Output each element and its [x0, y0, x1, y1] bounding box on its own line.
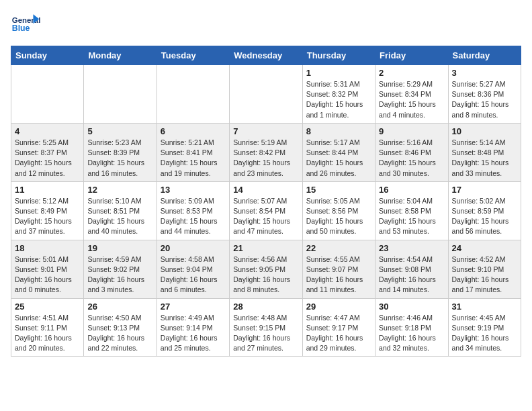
day-info: Sunrise: 5:16 AMSunset: 8:46 PMDaylight:…	[379, 138, 444, 179]
day-number: 14	[233, 185, 298, 195]
calendar-cell: 21 Sunrise: 4:56 AMSunset: 9:05 PMDaylig…	[230, 240, 302, 298]
day-number: 5	[87, 126, 152, 136]
calendar-cell: 9 Sunrise: 5:16 AMSunset: 8:46 PMDayligh…	[375, 123, 448, 181]
calendar-cell: 30 Sunrise: 4:46 AMSunset: 9:18 PMDaylig…	[375, 298, 448, 357]
calendar-table: SundayMondayTuesdayWednesdayThursdayFrid…	[11, 46, 521, 357]
col-header-saturday: Saturday	[448, 46, 521, 65]
day-info: Sunrise: 5:27 AMSunset: 8:36 PMDaylight:…	[452, 79, 517, 120]
day-number: 31	[452, 302, 517, 312]
calendar-cell: 26 Sunrise: 4:50 AMSunset: 9:13 PMDaylig…	[84, 298, 157, 357]
calendar-cell: 31 Sunrise: 4:45 AMSunset: 9:19 PMDaylig…	[448, 298, 521, 357]
calendar-cell: 27 Sunrise: 4:49 AMSunset: 9:14 PMDaylig…	[157, 298, 229, 357]
col-header-friday: Friday	[375, 46, 448, 65]
calendar-cell: 18 Sunrise: 5:01 AMSunset: 9:01 PMDaylig…	[11, 240, 84, 298]
day-info: Sunrise: 5:31 AMSunset: 8:32 PMDaylight:…	[306, 79, 371, 120]
logo: General Blue	[11, 11, 40, 40]
calendar-cell: 7 Sunrise: 5:19 AMSunset: 8:42 PMDayligh…	[230, 123, 302, 181]
col-header-sunday: Sunday	[11, 46, 84, 65]
day-info: Sunrise: 5:23 AMSunset: 8:39 PMDaylight:…	[87, 138, 152, 179]
calendar-cell	[11, 65, 84, 124]
day-number: 24	[452, 243, 517, 253]
col-header-wednesday: Wednesday	[230, 46, 302, 65]
calendar-week-4: 18 Sunrise: 5:01 AMSunset: 9:01 PMDaylig…	[11, 240, 521, 298]
day-number: 10	[452, 126, 517, 136]
day-number: 11	[15, 185, 80, 195]
day-info: Sunrise: 4:52 AMSunset: 9:10 PMDaylight:…	[452, 255, 517, 295]
day-info: Sunrise: 5:25 AMSunset: 8:37 PMDaylight:…	[15, 138, 80, 179]
day-info: Sunrise: 4:49 AMSunset: 9:14 PMDaylight:…	[161, 313, 226, 354]
day-info: Sunrise: 5:09 AMSunset: 8:53 PMDaylight:…	[161, 196, 226, 237]
day-info: Sunrise: 4:47 AMSunset: 9:17 PMDaylight:…	[306, 313, 371, 354]
day-number: 21	[233, 243, 298, 253]
calendar-cell	[157, 65, 229, 124]
day-info: Sunrise: 5:02 AMSunset: 8:59 PMDaylight:…	[452, 196, 517, 237]
day-info: Sunrise: 4:48 AMSunset: 9:15 PMDaylight:…	[233, 313, 298, 354]
page-header: General Blue	[11, 11, 521, 40]
day-info: Sunrise: 4:45 AMSunset: 9:19 PMDaylight:…	[452, 313, 517, 354]
day-number: 15	[306, 185, 371, 195]
day-number: 25	[15, 302, 80, 312]
calendar-cell: 17 Sunrise: 5:02 AMSunset: 8:59 PMDaylig…	[448, 181, 521, 240]
calendar-week-5: 25 Sunrise: 4:51 AMSunset: 9:11 PMDaylig…	[11, 298, 521, 357]
calendar-cell: 23 Sunrise: 4:54 AMSunset: 9:08 PMDaylig…	[375, 240, 448, 298]
day-number: 18	[15, 243, 80, 253]
day-number: 1	[306, 68, 371, 78]
calendar-cell: 19 Sunrise: 4:59 AMSunset: 9:02 PMDaylig…	[84, 240, 157, 298]
day-info: Sunrise: 5:05 AMSunset: 8:56 PMDaylight:…	[306, 196, 371, 237]
day-number: 16	[379, 185, 444, 195]
col-header-thursday: Thursday	[302, 46, 375, 65]
day-info: Sunrise: 4:46 AMSunset: 9:18 PMDaylight:…	[379, 313, 444, 354]
calendar-cell: 24 Sunrise: 4:52 AMSunset: 9:10 PMDaylig…	[448, 240, 521, 298]
day-info: Sunrise: 5:07 AMSunset: 8:54 PMDaylight:…	[233, 196, 298, 237]
day-info: Sunrise: 4:54 AMSunset: 9:08 PMDaylight:…	[379, 255, 444, 295]
day-number: 30	[379, 302, 444, 312]
calendar-cell: 13 Sunrise: 5:09 AMSunset: 8:53 PMDaylig…	[157, 181, 229, 240]
calendar-week-1: 1 Sunrise: 5:31 AMSunset: 8:32 PMDayligh…	[11, 65, 521, 124]
calendar-cell: 15 Sunrise: 5:05 AMSunset: 8:56 PMDaylig…	[302, 181, 375, 240]
day-number: 26	[87, 302, 152, 312]
day-info: Sunrise: 5:04 AMSunset: 8:58 PMDaylight:…	[379, 196, 444, 237]
day-info: Sunrise: 5:12 AMSunset: 8:49 PMDaylight:…	[15, 196, 80, 237]
calendar-cell: 22 Sunrise: 4:55 AMSunset: 9:07 PMDaylig…	[302, 240, 375, 298]
day-number: 2	[379, 68, 444, 78]
calendar-cell: 3 Sunrise: 5:27 AMSunset: 8:36 PMDayligh…	[448, 65, 521, 124]
day-info: Sunrise: 4:51 AMSunset: 9:11 PMDaylight:…	[15, 313, 80, 354]
calendar-week-3: 11 Sunrise: 5:12 AMSunset: 8:49 PMDaylig…	[11, 181, 521, 240]
day-info: Sunrise: 4:58 AMSunset: 9:04 PMDaylight:…	[161, 255, 226, 295]
calendar-cell	[230, 65, 302, 124]
calendar-cell: 11 Sunrise: 5:12 AMSunset: 8:49 PMDaylig…	[11, 181, 84, 240]
calendar-cell	[84, 65, 157, 124]
day-info: Sunrise: 5:21 AMSunset: 8:41 PMDaylight:…	[161, 138, 226, 179]
day-number: 12	[87, 185, 152, 195]
day-number: 23	[379, 243, 444, 253]
day-info: Sunrise: 5:01 AMSunset: 9:01 PMDaylight:…	[15, 255, 80, 295]
day-number: 6	[161, 126, 226, 136]
day-info: Sunrise: 5:14 AMSunset: 8:48 PMDaylight:…	[452, 138, 517, 179]
day-number: 17	[452, 185, 517, 195]
calendar-cell: 5 Sunrise: 5:23 AMSunset: 8:39 PMDayligh…	[84, 123, 157, 181]
calendar-cell: 25 Sunrise: 4:51 AMSunset: 9:11 PMDaylig…	[11, 298, 84, 357]
calendar-cell: 12 Sunrise: 5:10 AMSunset: 8:51 PMDaylig…	[84, 181, 157, 240]
day-info: Sunrise: 4:56 AMSunset: 9:05 PMDaylight:…	[233, 255, 298, 295]
day-info: Sunrise: 5:17 AMSunset: 8:44 PMDaylight:…	[306, 138, 371, 179]
svg-text:Blue: Blue	[12, 24, 30, 33]
calendar-cell: 8 Sunrise: 5:17 AMSunset: 8:44 PMDayligh…	[302, 123, 375, 181]
calendar-cell: 1 Sunrise: 5:31 AMSunset: 8:32 PMDayligh…	[302, 65, 375, 124]
calendar-week-2: 4 Sunrise: 5:25 AMSunset: 8:37 PMDayligh…	[11, 123, 521, 181]
calendar-cell: 10 Sunrise: 5:14 AMSunset: 8:48 PMDaylig…	[448, 123, 521, 181]
day-number: 8	[306, 126, 371, 136]
day-info: Sunrise: 5:29 AMSunset: 8:34 PMDaylight:…	[379, 79, 444, 120]
day-info: Sunrise: 5:10 AMSunset: 8:51 PMDaylight:…	[87, 196, 152, 237]
calendar-cell: 28 Sunrise: 4:48 AMSunset: 9:15 PMDaylig…	[230, 298, 302, 357]
day-number: 13	[161, 185, 226, 195]
day-number: 22	[306, 243, 371, 253]
col-header-monday: Monday	[84, 46, 157, 65]
day-number: 4	[15, 126, 80, 136]
day-number: 20	[161, 243, 226, 253]
day-number: 28	[233, 302, 298, 312]
day-info: Sunrise: 5:19 AMSunset: 8:42 PMDaylight:…	[233, 138, 298, 179]
calendar-cell: 20 Sunrise: 4:58 AMSunset: 9:04 PMDaylig…	[157, 240, 229, 298]
day-info: Sunrise: 4:59 AMSunset: 9:02 PMDaylight:…	[87, 255, 152, 295]
day-number: 7	[233, 126, 298, 136]
calendar-cell: 6 Sunrise: 5:21 AMSunset: 8:41 PMDayligh…	[157, 123, 229, 181]
